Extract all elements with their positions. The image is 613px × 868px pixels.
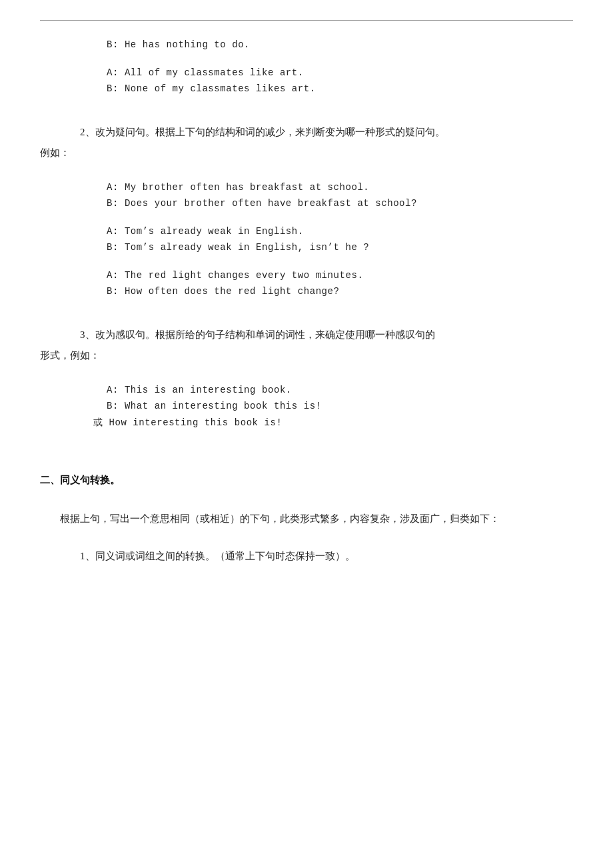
line-b6: B: What an interesting book this is! xyxy=(40,401,573,411)
section3-intro: 3、改为感叹句。根据所给的句子结构和单词的词性，来确定使用哪一种感叹句的 xyxy=(40,326,573,344)
line-a5: A: The red light changes every two minut… xyxy=(40,270,573,281)
line-a6: A: This is an interesting book. xyxy=(40,385,573,395)
top-divider xyxy=(40,20,573,21)
synonyms-para: 根据上句，写出一个意思相同（或相近）的下句，此类形式繁多，内容复杂，涉及面广，归… xyxy=(40,509,573,529)
section2-heading: 二、同义句转换。 xyxy=(40,474,573,487)
line-b3: B: Does your brother often have breakfas… xyxy=(40,198,573,209)
line-a4: A: Tom’s already weak in English. xyxy=(40,226,573,237)
line-b5: B: How often does the red light change? xyxy=(40,286,573,297)
section3-form: 形式，例如： xyxy=(40,347,573,365)
section2-eg: 例如： xyxy=(40,144,573,162)
item1-text: 1、同义词或词组之间的转换。（通常上下句时态保持一致）。 xyxy=(40,547,573,565)
line-a2: A: All of my classmates like art. xyxy=(40,67,573,78)
section2-intro: 2、改为疑问句。根据上下句的结构和词的减少，来判断变为哪一种形式的疑问句。 xyxy=(40,123,573,141)
page: B: He has nothing to do. A: All of my cl… xyxy=(0,0,613,868)
line-b4: B: Tom’s already weak in English, isn’t … xyxy=(40,242,573,253)
line-a3: A: My brother often has breakfast at sch… xyxy=(40,182,573,193)
line-b2: B: None of my classmates likes art. xyxy=(40,83,573,94)
line-or: 或 How interesting this book is! xyxy=(40,417,573,429)
line-b1: B: He has nothing to do. xyxy=(40,39,573,50)
